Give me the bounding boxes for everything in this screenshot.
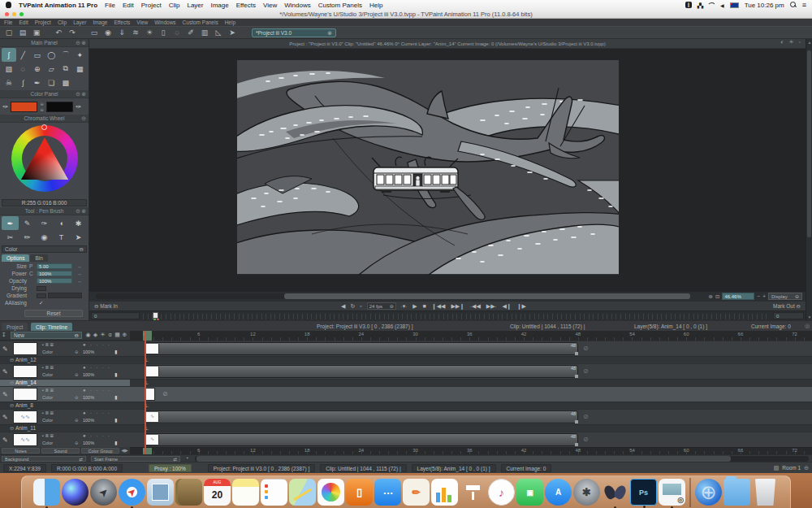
select-ellipse-tool[interactable]: ◌: [16, 62, 31, 76]
timeline-ruler-top[interactable]: 061218243036424854606672: [130, 331, 812, 341]
layer-thumbnail[interactable]: [13, 365, 37, 378]
chromatic-wheel-header[interactable]: Chromatic Wheel ⊖: [0, 115, 89, 123]
eyedropper-icon[interactable]: ✑: [2, 103, 9, 111]
tool-option-tab[interactable]: Bin: [30, 254, 47, 262]
layer-row[interactable]: Color 100% 48: [0, 363, 812, 379]
layer-frames-area[interactable]: 48: [130, 364, 812, 379]
draw-mode-icon[interactable]: [2, 436, 8, 444]
eyedropper-icon[interactable]: ✑: [75, 103, 82, 111]
pointer-icon[interactable]: ➤: [227, 28, 238, 37]
tvpaint-menu-item[interactable]: Effects: [114, 20, 130, 25]
books[interactable]: ▯: [346, 479, 373, 506]
layer-frames-area[interactable]: 48: [130, 341, 812, 356]
option-checkbox[interactable]: [37, 293, 46, 298]
finder[interactable]: [33, 479, 60, 506]
paper-tool[interactable]: ❏: [45, 76, 59, 89]
notification-center-icon[interactable]: [802, 1, 806, 9]
next-frame-icon[interactable]: ❙▶: [517, 303, 526, 310]
facetime[interactable]: ▣: [516, 479, 543, 506]
tool-option-tab[interactable]: Options: [2, 254, 29, 262]
transform-tool[interactable]: ▱: [45, 62, 59, 76]
numbers[interactable]: [431, 479, 458, 506]
smear-tool[interactable]: ◖: [53, 216, 70, 230]
magnifier-icon[interactable]: ◌: [171, 28, 183, 37]
strip-resize-handle[interactable]: [575, 443, 578, 446]
trash[interactable]: [752, 479, 779, 506]
layer-opacity-value[interactable]: 100%: [83, 350, 94, 354]
pen-tool[interactable]: ✒: [30, 76, 45, 89]
canvas-vertical-scrollbar[interactable]: ▲ ▼: [806, 39, 812, 320]
contacts[interactable]: [175, 479, 202, 506]
tvpaint-menu-item[interactable]: File: [4, 20, 12, 25]
apple-menu-icon[interactable]: [6, 2, 11, 8]
option-prefix[interactable]: C: [29, 271, 37, 276]
layer-name-row[interactable]: Anim_8 1.: [0, 402, 812, 409]
freehand-select-tool[interactable]: ʃ: [2, 48, 16, 62]
secondary-color-swatch[interactable]: [46, 102, 73, 112]
draw-mode-icon[interactable]: [2, 391, 8, 398]
open-project-icon[interactable]: ▤: [17, 28, 28, 37]
layer-row[interactable]: Color 100%: [0, 386, 812, 402]
color-wheel-icon[interactable]: ◉: [102, 28, 114, 37]
layer-blend-collapse-icon[interactable]: [75, 418, 79, 423]
notes[interactable]: [232, 479, 259, 506]
calendar[interactable]: AUG 20: [204, 479, 231, 506]
chromatic-wheel[interactable]: [0, 123, 89, 198]
draw-mode-icon[interactable]: [2, 345, 8, 353]
scrollbar-thumb[interactable]: [807, 50, 811, 237]
keynote[interactable]: [460, 479, 486, 506]
strip-resize-handle[interactable]: [575, 375, 578, 378]
main-panel-header[interactable]: Main Panel ⊖⊗: [0, 39, 89, 47]
menu-item[interactable]: Layer: [187, 2, 203, 9]
layer-frames-area[interactable]: 48: [130, 410, 812, 424]
clone-tool[interactable]: ⧉: [58, 62, 73, 76]
library-icon[interactable]: ▥: [199, 28, 210, 37]
browser[interactable]: ⊕: [695, 479, 722, 506]
menu-item[interactable]: Edit: [123, 2, 134, 9]
layer-option-icons[interactable]: [42, 365, 54, 370]
option-arrows-icon[interactable]: [77, 279, 82, 284]
option-value-field[interactable]: 100%: [37, 278, 72, 284]
saturation-triangle[interactable]: [19, 136, 70, 181]
zoom-level-field[interactable]: 46.46%: [722, 293, 754, 300]
mark-out-field[interactable]: 0: [773, 312, 804, 319]
option-value-field[interactable]: 100%: [37, 271, 72, 276]
ellipse-tool[interactable]: ◯: [45, 48, 59, 62]
ruler-icon[interactable]: ◺: [213, 28, 224, 37]
exposure-strip[interactable]: 48: [145, 342, 578, 355]
close-project-icon[interactable]: ⊗: [327, 29, 332, 37]
menu-item[interactable]: Custom Panels: [318, 2, 362, 9]
scroll-down-icon[interactable]: ▼: [806, 315, 812, 319]
spotlight-icon[interactable]: [790, 2, 797, 8]
layer-blend-collapse-icon[interactable]: [75, 395, 79, 400]
layer-option-icons[interactable]: [42, 388, 54, 393]
start-frame-dropdown[interactable]: Start Frame⇄: [91, 456, 180, 462]
layer-row[interactable]: Color 100% 48: [0, 341, 812, 356]
fps-dropdown[interactable]: 24 fps⊖: [367, 302, 396, 310]
pin-icon[interactable]: ◎: [805, 323, 810, 329]
wand-tool[interactable]: ⊕: [30, 62, 45, 76]
layer-knob-icons[interactable]: [83, 410, 111, 415]
fit-view-icon[interactable]: ⊡: [715, 293, 719, 300]
import-icon[interactable]: ⇓: [116, 28, 127, 37]
layer-knob-icons[interactable]: [83, 342, 111, 347]
layer-thumbnail[interactable]: [13, 388, 37, 401]
reset-button[interactable]: Reset: [24, 310, 83, 317]
itunes[interactable]: ♪: [488, 479, 515, 506]
brush-pot-icon[interactable]: ✐: [185, 28, 197, 37]
pattern-tool[interactable]: ▩: [58, 76, 73, 89]
tvpaint-menu-item[interactable]: Edit: [19, 20, 28, 25]
tvpaint[interactable]: [602, 479, 628, 506]
menu-item[interactable]: Clip: [169, 2, 180, 9]
option-checkmark[interactable]: ✓: [39, 300, 43, 306]
playhead-marker[interactable]: [153, 312, 158, 319]
folder[interactable]: [723, 479, 750, 506]
layer-opacity-value[interactable]: 100%: [83, 395, 94, 400]
option-arrows-icon[interactable]: [77, 264, 82, 269]
loop-icon[interactable]: ↻: [350, 303, 355, 310]
save-icon[interactable]: ▣: [31, 28, 42, 37]
maps[interactable]: [289, 479, 316, 506]
undo-icon[interactable]: ↶: [53, 28, 64, 37]
anchor-icon[interactable]: ↧: [2, 332, 6, 338]
timeline-ruler-bottom[interactable]: 061218243036424854606672: [130, 447, 812, 454]
